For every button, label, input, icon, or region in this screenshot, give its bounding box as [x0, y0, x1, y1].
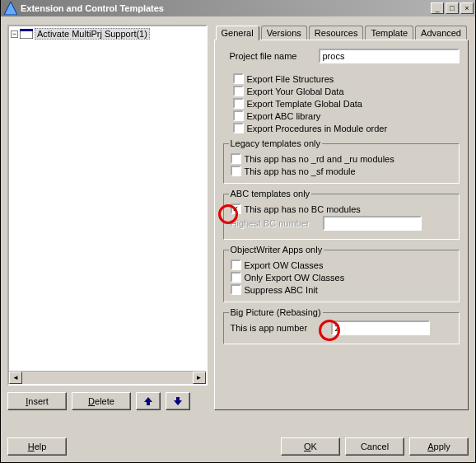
export-global-data-label: Export Your Global Data — [247, 87, 344, 96]
left-panel: − Activate MultiPrj Support(1) ◄ ► Inser… — [7, 25, 208, 410]
down-arrow-icon — [173, 396, 183, 406]
move-down-button[interactable] — [166, 392, 190, 410]
right-panel: General Versions Resources Template Adva… — [214, 25, 469, 410]
checkbox-icon[interactable] — [231, 153, 241, 164]
ok-button[interactable]: OK — [281, 437, 340, 456]
tab-resources[interactable]: Resources — [309, 26, 364, 40]
checkbox-icon[interactable] — [233, 86, 244, 96]
ow-only-export-label: Only Export OW Classes — [245, 273, 345, 283]
checkbox-icon[interactable] — [233, 123, 244, 133]
horizontal-scrollbar[interactable]: ◄ ► — [9, 371, 206, 384]
legacy-rd-ru-label: This app has no _rd and _ru modules — [245, 154, 394, 164]
objectwriter-group: ObjectWriter Apps only Export OW Classes… — [223, 245, 460, 302]
delete-button[interactable]: Delete — [72, 392, 131, 410]
title-bar: Extension and Control Templates _ □ × — [1, 0, 475, 16]
bigpicture-group: Big Picture (Rebasing) This is app numbe… — [223, 307, 460, 344]
up-arrow-icon — [143, 396, 153, 406]
checkbox-icon[interactable] — [231, 284, 241, 295]
window-title: Extension and Control Templates — [21, 3, 164, 13]
project-file-input[interactable] — [319, 49, 460, 63]
export-file-structures-row[interactable]: Export File Structures — [233, 73, 460, 84]
export-abc-library-row[interactable]: Export ABC library — [233, 110, 460, 121]
highest-bc-input — [323, 216, 422, 231]
checkbox-icon[interactable]: ✓ — [231, 203, 241, 214]
dialog-button-bar: Help OK Cancel Apply — [7, 437, 469, 456]
legacy-sf-label: This app has no _sf module — [245, 166, 356, 176]
export-procedures-label: Export Procedures in Module order — [247, 124, 388, 133]
legacy-sf-row[interactable]: This app has no _sf module — [231, 166, 455, 176]
ow-export-row[interactable]: Export OW Classes — [231, 260, 455, 270]
tab-versions[interactable]: Versions — [261, 26, 307, 40]
abc-no-bc-row[interactable]: ✓This app has no BC modules — [231, 203, 455, 214]
export-template-global-data-row[interactable]: Export Template Global Data — [233, 98, 460, 109]
close-button[interactable]: × — [460, 2, 474, 14]
window-controls: _ □ × — [431, 2, 474, 14]
objectwriter-group-title: ObjectWriter Apps only — [229, 245, 324, 255]
scroll-right-icon[interactable]: ► — [193, 372, 206, 384]
checkbox-icon[interactable] — [231, 260, 241, 270]
legacy-group: Legacy templates only This app has no _r… — [223, 138, 460, 184]
template-tree[interactable]: − Activate MultiPrj Support(1) ◄ ► — [7, 25, 208, 386]
tree-collapse-icon[interactable]: − — [11, 30, 18, 38]
ow-suppress-label: Suppress ABC Init — [245, 285, 318, 295]
move-up-button[interactable] — [136, 392, 161, 410]
cancel-button[interactable]: Cancel — [345, 437, 404, 456]
tab-page-general: Project file name Export File Structures… — [214, 40, 469, 410]
tab-advanced[interactable]: Advanced — [415, 26, 467, 40]
checkbox-icon[interactable] — [231, 272, 241, 283]
help-button[interactable]: Help — [7, 437, 67, 456]
abc-group: ABC templates only ✓This app has no BC m… — [223, 189, 460, 240]
svg-rect-2 — [20, 29, 33, 31]
svg-marker-0 — [4, 2, 17, 15]
app-number-label: This is app number — [231, 323, 328, 333]
abc-group-title: ABC templates only — [229, 189, 312, 199]
tree-item[interactable]: − Activate MultiPrj Support(1) — [11, 28, 204, 40]
window-icon — [20, 29, 33, 39]
highest-bc-label: Highest BC number — [231, 218, 320, 228]
tab-bar: General Versions Resources Template Adva… — [216, 26, 469, 40]
apply-button[interactable]: Apply — [409, 437, 469, 456]
checkbox-icon[interactable] — [231, 166, 241, 176]
ow-suppress-row[interactable]: Suppress ABC Init — [231, 284, 455, 295]
svg-marker-3 — [144, 397, 152, 405]
ow-only-export-row[interactable]: Only Export OW Classes — [231, 272, 455, 283]
legacy-group-title: Legacy templates only — [229, 138, 322, 148]
tab-general[interactable]: General — [216, 26, 259, 40]
export-procedures-row[interactable]: Export Procedures in Module order — [233, 123, 460, 133]
minimize-button[interactable]: _ — [431, 2, 444, 14]
ow-export-label: Export OW Classes — [245, 260, 324, 270]
app-icon — [4, 2, 17, 15]
export-file-structures-label: Export File Structures — [247, 74, 334, 84]
legacy-rd-ru-row[interactable]: This app has no _rd and _ru modules — [231, 153, 455, 164]
svg-marker-4 — [174, 397, 182, 405]
tree-item-label[interactable]: Activate MultiPrj Support(1) — [35, 28, 150, 40]
checkbox-icon[interactable] — [233, 98, 244, 109]
export-template-global-data-label: Export Template Global Data — [247, 99, 362, 109]
project-file-label: Project file name — [230, 51, 315, 61]
app-number-input[interactable] — [331, 320, 430, 335]
abc-no-bc-label: This app has no BC modules — [245, 204, 361, 214]
insert-button[interactable]: Insert — [7, 392, 67, 410]
checkbox-icon[interactable] — [233, 73, 244, 84]
scroll-left-icon[interactable]: ◄ — [9, 372, 22, 384]
bigpicture-group-title: Big Picture (Rebasing) — [229, 307, 323, 317]
checkbox-icon[interactable] — [233, 110, 244, 121]
tab-template[interactable]: Template — [365, 26, 413, 40]
export-global-data-row[interactable]: Export Your Global Data — [233, 86, 460, 96]
export-abc-library-label: Export ABC library — [247, 111, 321, 121]
maximize-button[interactable]: □ — [446, 2, 459, 14]
